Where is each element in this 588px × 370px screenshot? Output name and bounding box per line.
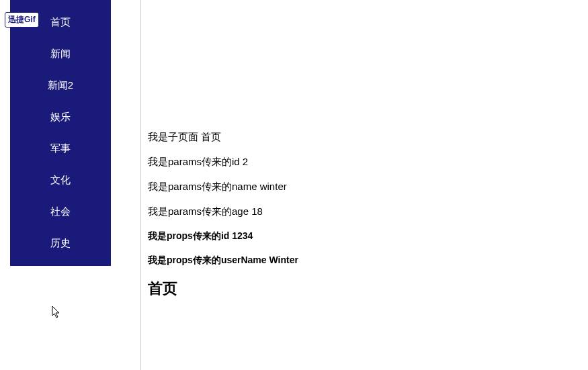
sidebar-item-label: 军事 bbox=[50, 142, 71, 154]
sidebar-item-label: 首页 bbox=[50, 16, 71, 28]
params-id-line: 我是params传来的id 2 bbox=[148, 156, 581, 169]
app-container: 首页 新闻 新闻2 娱乐 军事 文化 社会 历史 bbox=[0, 0, 588, 370]
sidebar-item-label: 文化 bbox=[50, 174, 71, 185]
sidebar-item-news2[interactable]: 新闻2 bbox=[10, 70, 111, 101]
sidebar-item-history[interactable]: 历史 bbox=[10, 228, 111, 259]
sidebar-item-news[interactable]: 新闻 bbox=[10, 38, 111, 70]
sidebar-item-military[interactable]: 军事 bbox=[10, 133, 111, 165]
sidebar-item-label: 新闻2 bbox=[48, 79, 73, 91]
sidebar-item-label: 历史 bbox=[50, 237, 71, 248]
props-username-line: 我是props传来的userName Winter bbox=[148, 255, 581, 267]
mouse-cursor-icon bbox=[52, 306, 61, 319]
watermark-badge: 迅捷Gif bbox=[5, 12, 39, 28]
sidebar-item-entertainment[interactable]: 娱乐 bbox=[10, 101, 111, 133]
sidebar-wrapper: 首页 新闻 新闻2 娱乐 军事 文化 社会 历史 bbox=[0, 0, 141, 370]
props-id-line: 我是props传来的id 1234 bbox=[148, 230, 581, 242]
page-heading: 首页 bbox=[148, 279, 581, 299]
sidebar-item-culture[interactable]: 文化 bbox=[10, 165, 111, 196]
sidebar-item-label: 社会 bbox=[50, 205, 71, 217]
params-age-line: 我是params传来的age 18 bbox=[148, 205, 581, 218]
params-name-line: 我是params传来的name winter bbox=[148, 181, 581, 193]
sidebar-item-label: 新闻 bbox=[50, 48, 71, 59]
watermark-label: 迅捷Gif bbox=[8, 15, 36, 24]
subpage-title-line: 我是子页面 首页 bbox=[148, 131, 581, 144]
sidebar-item-society[interactable]: 社会 bbox=[10, 196, 111, 228]
sidebar-nav: 首页 新闻 新闻2 娱乐 军事 文化 社会 历史 bbox=[10, 0, 111, 266]
sidebar-item-label: 娱乐 bbox=[50, 111, 71, 122]
main-content: 我是子页面 首页 我是params传来的id 2 我是params传来的name… bbox=[141, 0, 588, 370]
